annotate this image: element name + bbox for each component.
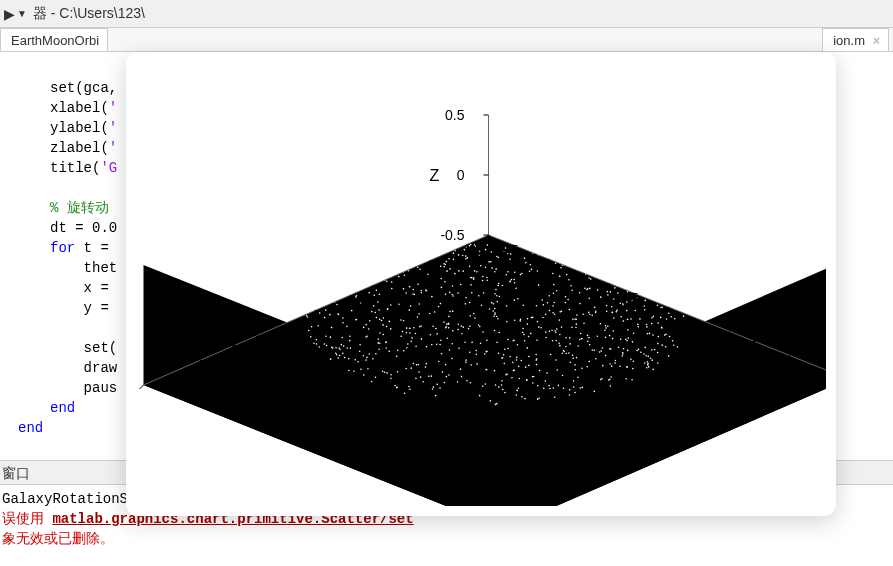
svg-point-599: [365, 277, 367, 279]
svg-text:-1.5: -1.5: [458, 242, 482, 258]
svg-point-244: [453, 259, 455, 261]
svg-point-465: [516, 359, 518, 361]
svg-point-559: [324, 343, 326, 345]
svg-point-600: [563, 351, 565, 353]
svg-point-50: [436, 333, 438, 335]
svg-point-142: [541, 299, 543, 301]
svg-point-111: [316, 343, 318, 345]
tab-ion[interactable]: ion.m ×: [822, 28, 889, 51]
svg-point-775: [446, 326, 448, 328]
figure-window[interactable]: -1.5-1-0.500.511.5-1.5-1-0.500.511.5-0.5…: [126, 52, 836, 516]
svg-point-221: [552, 387, 554, 389]
svg-point-568: [651, 317, 653, 319]
svg-point-127: [378, 349, 380, 351]
svg-point-79: [647, 356, 649, 358]
svg-point-426: [579, 387, 581, 389]
svg-point-544: [363, 327, 365, 329]
svg-point-83: [446, 323, 448, 325]
svg-point-330: [414, 294, 416, 296]
svg-point-42: [600, 296, 602, 298]
svg-point-122: [494, 330, 496, 332]
svg-point-411: [592, 349, 594, 351]
svg-point-3: [662, 290, 664, 292]
svg-point-227: [569, 389, 571, 391]
svg-point-450: [498, 332, 500, 334]
svg-point-739: [532, 317, 534, 319]
svg-point-531: [532, 376, 534, 378]
svg-point-625: [559, 334, 561, 336]
svg-point-110: [521, 273, 523, 275]
svg-point-702: [553, 284, 555, 286]
svg-point-280: [615, 311, 617, 313]
svg-point-312: [385, 341, 387, 343]
svg-point-27: [365, 324, 367, 326]
svg-point-741: [406, 327, 408, 329]
svg-point-86: [522, 304, 524, 306]
svg-point-751: [379, 332, 381, 334]
title-dropdown-icon[interactable]: ▶: [4, 6, 15, 22]
svg-point-188: [552, 305, 554, 307]
svg-point-525: [458, 323, 460, 325]
svg-point-395: [558, 319, 560, 321]
svg-point-761: [502, 389, 504, 391]
close-icon[interactable]: ×: [873, 34, 880, 48]
svg-point-324: [439, 387, 441, 389]
svg-point-533: [572, 319, 574, 321]
svg-point-753: [564, 302, 566, 304]
svg-point-165: [602, 347, 604, 349]
svg-point-270: [553, 246, 555, 248]
svg-point-175: [339, 355, 341, 357]
svg-point-90: [375, 376, 377, 378]
svg-point-768: [548, 295, 550, 297]
svg-point-166: [446, 261, 448, 263]
tab-earthmoonorbit[interactable]: EarthMoonOrbi: [0, 28, 108, 51]
svg-point-445: [618, 346, 620, 348]
svg-point-463: [430, 334, 432, 336]
svg-point-436: [483, 292, 485, 294]
svg-point-786: [551, 329, 553, 331]
svg-point-123: [396, 356, 398, 358]
svg-point-242: [451, 294, 453, 296]
svg-point-510: [609, 335, 611, 337]
svg-point-216: [378, 309, 380, 311]
svg-point-752: [627, 319, 629, 321]
svg-point-474: [657, 305, 659, 307]
svg-point-499: [569, 309, 571, 311]
svg-point-16: [522, 332, 524, 334]
title-dropdown-caret[interactable]: ▼: [17, 8, 27, 19]
svg-point-331: [473, 313, 475, 315]
svg-point-233: [647, 361, 649, 363]
svg-point-679: [390, 328, 392, 330]
svg-point-278: [555, 331, 557, 333]
svg-point-323: [388, 270, 390, 272]
svg-point-202: [318, 346, 320, 348]
svg-point-348: [627, 329, 629, 331]
svg-point-527: [485, 369, 487, 371]
svg-point-721: [647, 364, 649, 366]
svg-point-336: [580, 262, 582, 264]
svg-point-311: [498, 353, 500, 355]
svg-point-302: [390, 374, 392, 376]
svg-point-389: [445, 364, 447, 366]
svg-point-502: [348, 370, 350, 372]
svg-point-685: [594, 349, 596, 351]
svg-point-756: [458, 347, 460, 349]
scatter3d-plot: -1.5-1-0.500.511.5-1.5-1-0.500.511.5-0.5…: [136, 62, 826, 506]
svg-point-94: [517, 344, 519, 346]
svg-text:X: X: [758, 351, 769, 368]
svg-point-276: [556, 290, 558, 292]
svg-point-57: [651, 349, 653, 351]
svg-point-145: [613, 330, 615, 332]
svg-point-677: [416, 253, 418, 255]
svg-point-504: [503, 363, 505, 365]
axes-3d[interactable]: -1.5-1-0.500.511.5-1.5-1-0.500.511.5-0.5…: [136, 62, 826, 506]
svg-point-271: [359, 350, 361, 352]
svg-point-85: [575, 327, 577, 329]
svg-point-49: [647, 333, 649, 335]
svg-point-291: [380, 267, 382, 269]
svg-point-156: [567, 299, 569, 301]
svg-point-519: [391, 288, 393, 290]
svg-point-732: [486, 340, 488, 342]
svg-point-113: [528, 356, 530, 358]
svg-point-402: [525, 262, 527, 264]
